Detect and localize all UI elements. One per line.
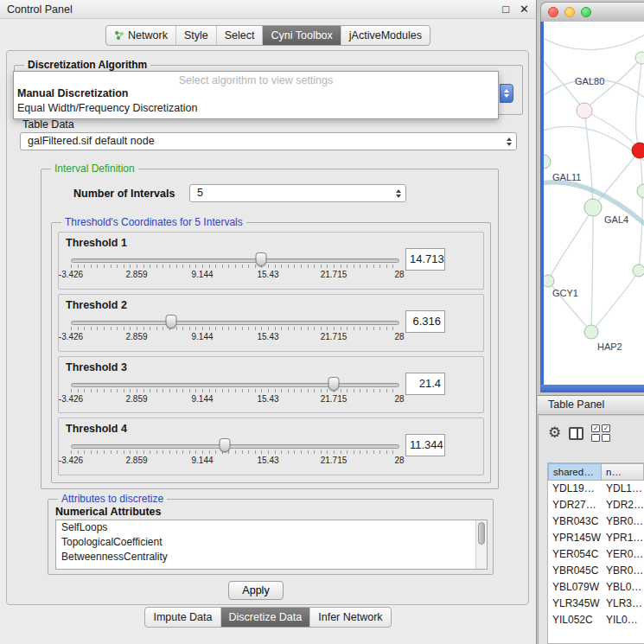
number-of-intervals-stepper-icon (396, 185, 401, 201)
checkbox-checked-icon: ✓ (602, 424, 610, 432)
cell-shared-name[interactable]: YLR345W (548, 596, 602, 612)
cell-shared-name[interactable]: YDL19… (548, 481, 602, 497)
slider-thumb[interactable] (220, 438, 231, 452)
tab-infer-network[interactable]: Infer Network (309, 608, 390, 627)
list-item[interactable]: TopologicalCoefficient (56, 535, 487, 550)
threshold-2-panel: Threshold 2 -3.426 2.859 9.144 15.43 (58, 294, 484, 352)
node-selected-red[interactable] (632, 143, 644, 158)
table-row[interactable]: YIL052CYIL0… (548, 612, 644, 628)
network-canvas[interactable]: GAL80 GAL11 GAL4 GCY1 HAP2 (540, 22, 644, 385)
network-window-titlebar[interactable] (540, 2, 644, 22)
float-window-icon[interactable]: □ (502, 1, 509, 18)
dropdown-option-manual-discretization[interactable]: Manual Discretization (14, 86, 498, 101)
table-row[interactable]: YPR145WYPR1… (548, 530, 644, 546)
threshold-1-slider[interactable]: -3.426 2.859 9.144 15.43 21.715 28 (66, 251, 405, 287)
threshold-4-slider[interactable]: -3.426 2.859 9.144 15.43 21.715 28 (66, 437, 405, 473)
list-item[interactable]: SelfLoops (56, 520, 487, 535)
slider-track[interactable] (71, 321, 399, 325)
slider-thumb[interactable] (165, 315, 176, 328)
tab-style[interactable]: Style (175, 26, 216, 45)
table-row[interactable]: YBL079WYBL0… (548, 579, 644, 596)
cell-shared-name[interactable]: YBR045C (548, 563, 602, 579)
tab-cyni-toolbox[interactable]: Cyni Toolbox (262, 26, 340, 45)
number-of-intervals-label: Number of Intervals (73, 188, 175, 200)
interval-definition-group: Interval Definition Number of Intervals … (41, 169, 499, 489)
cell-shared-name[interactable]: YER054C (548, 546, 602, 563)
gear-icon[interactable]: ⚙ (548, 424, 561, 442)
minimize-traffic-light-icon[interactable] (564, 7, 575, 17)
numerical-attributes-list[interactable]: SelfLoops TopologicalCoefficient Between… (55, 520, 488, 570)
slider-scale-label: 21.715 (321, 394, 348, 404)
column-header-shared-name[interactable]: shared… (548, 463, 602, 481)
tab-impute-data[interactable]: Impute Data (145, 608, 220, 627)
node-gcy1[interactable] (544, 275, 554, 287)
slider-track[interactable] (71, 258, 399, 263)
table-row[interactable]: YLR345WYLR3… (548, 596, 644, 612)
combo-up-arrow-icon (504, 89, 509, 92)
zoom-traffic-light-icon[interactable] (581, 7, 591, 17)
column-selector-icon[interactable] (569, 427, 583, 440)
cell-name[interactable]: YBL0… (602, 579, 644, 596)
column-header-name[interactable]: n… (602, 463, 644, 481)
cell-name[interactable]: YLR3… (602, 596, 644, 612)
node-hap2[interactable] (584, 325, 598, 339)
list-item[interactable]: BetweennessCentrality (56, 550, 487, 564)
slider-track[interactable] (71, 444, 399, 449)
node-gal11[interactable] (544, 155, 551, 169)
algorithm-dropdown-popup: Select algorithm to view settings Manual… (13, 71, 499, 119)
table-row[interactable]: YBR045CYBR0… (548, 563, 644, 579)
cell-name[interactable]: YDL1… (602, 481, 644, 497)
slider-track[interactable] (71, 383, 399, 387)
cell-shared-name[interactable]: YDR27… (548, 497, 602, 513)
threshold-1-panel: Threshold 1 -3.426 2.859 9.144 15.43 (58, 232, 484, 290)
slider-scale-label: 9.144 (191, 332, 213, 341)
slider-ticks (71, 327, 399, 330)
list-scrollbar[interactable] (475, 520, 487, 569)
table-row[interactable]: YDL19…YDL1… (548, 481, 644, 497)
slider-thumb[interactable] (256, 252, 267, 266)
slider-scale-label: 15.43 (257, 270, 278, 279)
table-row[interactable]: YBR043CYBR0… (548, 513, 644, 530)
table-row[interactable]: YDR27…YDR2… (548, 497, 644, 513)
apply-button[interactable]: Apply (228, 581, 284, 600)
selection-checkboxes-icon[interactable]: ✓ ✓ (591, 424, 610, 442)
threshold-3-slider[interactable]: -3.426 2.859 9.144 15.43 21.715 28 (66, 375, 405, 411)
cell-name[interactable]: YBR0… (602, 563, 644, 579)
tab-discretize-data-label: Discretize Data (229, 611, 303, 623)
threshold-4-panel: Threshold 4 -3.426 2.859 9.144 15.43 (58, 418, 484, 475)
cell-shared-name[interactable]: YBL079W (548, 579, 602, 596)
cell-shared-name[interactable]: YBR043C (548, 513, 602, 530)
table-data-combobox[interactable]: galFiltered.sif default node (20, 132, 517, 150)
threshold-2-value-field[interactable]: 6.316 (405, 310, 445, 333)
tab-discretize-data[interactable]: Discretize Data (220, 608, 310, 627)
cell-name[interactable]: YIL0… (602, 612, 644, 628)
threshold-4-value-field[interactable]: 11.344 (405, 434, 445, 456)
threshold-1-value-field[interactable]: 14.713 (405, 248, 445, 271)
slider-scale-label: 28 (394, 456, 404, 465)
tab-select[interactable]: Select (216, 26, 263, 45)
cell-shared-name[interactable]: YPR145W (548, 530, 602, 546)
slider-thumb[interactable] (328, 377, 339, 391)
slider-scale-label: 9.144 (191, 394, 213, 404)
tab-jactivemodules[interactable]: jActiveModules (341, 26, 430, 45)
tab-network[interactable]: Network (106, 26, 175, 45)
scrollbar-thumb[interactable] (478, 522, 485, 545)
threshold-2-slider[interactable]: -3.426 2.859 9.144 15.43 21.715 28 (66, 313, 405, 349)
table-row[interactable]: YER054CYER0… (548, 546, 644, 563)
number-of-intervals-value: 5 (197, 187, 203, 199)
cell-name[interactable]: YPR1… (602, 530, 644, 546)
close-icon[interactable]: ✕ (520, 1, 529, 18)
cell-name[interactable]: YBR0… (602, 513, 644, 530)
number-of-intervals-combobox[interactable]: 5 (189, 184, 406, 202)
cell-name[interactable]: YDR2… (602, 497, 644, 513)
dropdown-option-equal-width-frequency[interactable]: Equal Width/Frequency Discretization (14, 101, 498, 116)
checkbox-checked-icon: ✓ (591, 424, 600, 432)
cell-name[interactable]: YER0… (602, 546, 644, 563)
slider-ticks (71, 450, 399, 454)
cell-shared-name[interactable]: YIL052C (548, 612, 602, 628)
algorithm-combobox-button[interactable] (500, 84, 513, 103)
threshold-3-value-field[interactable]: 21.4 (405, 373, 445, 395)
node-gal80[interactable] (577, 103, 592, 118)
close-traffic-light-icon[interactable] (548, 7, 558, 17)
node-gal4[interactable] (584, 199, 602, 216)
